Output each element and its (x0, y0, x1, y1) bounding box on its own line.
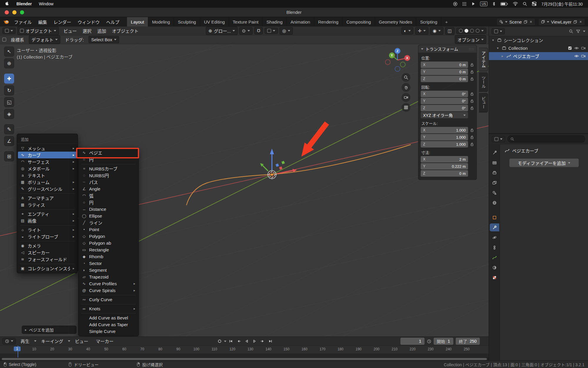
pan-view-button[interactable] (402, 83, 410, 92)
lock-icon[interactable] (470, 135, 474, 139)
outliner-editor-selector[interactable] (492, 28, 505, 34)
add-menu-item[interactable] (18, 192, 77, 195)
tool-button[interactable]: ◱ (4, 97, 14, 107)
transform-panel-header[interactable]: トランスフォーム :::: (418, 45, 477, 53)
workspace-tab[interactable]: Sculpting (174, 17, 200, 26)
timeline-menu-marker[interactable]: マーカー (93, 337, 116, 345)
location-field[interactable]: Y0 m (421, 69, 468, 75)
curve-menu-item[interactable] (79, 163, 138, 165)
workspace-tab[interactable]: Rendering (314, 17, 343, 26)
location-field[interactable]: X0 m (421, 62, 468, 68)
render-camera-icon[interactable] (581, 54, 586, 58)
panel-drag-icon[interactable]: :::: (469, 47, 474, 51)
tab-object-data[interactable] (490, 253, 499, 261)
minimize-window-button[interactable] (12, 10, 16, 14)
new-viewlayer-icon[interactable] (573, 20, 577, 24)
hide-eye-icon[interactable] (574, 54, 579, 58)
viewport-menu-item[interactable]: 追加 (94, 27, 109, 35)
orientation-setting-value[interactable]: デフォルト (29, 35, 60, 44)
workspace-tab[interactable]: Compositing (343, 17, 375, 26)
timeline-menu-keying[interactable]: キーイング (38, 337, 66, 345)
xray-toggle[interactable]: ◫ (445, 27, 455, 35)
options-dropdown[interactable]: オプション (455, 35, 486, 44)
curve-menu-item[interactable]: ◇ Polygon ab (79, 240, 138, 246)
tool-button[interactable]: ✚ (4, 74, 14, 84)
add-modifier-button[interactable]: モディファイアーを追加 (509, 158, 579, 167)
play-button[interactable] (251, 338, 258, 345)
curve-menu-item[interactable]: ▱ Trapezoid (79, 273, 138, 280)
curve-menu-item[interactable]: ∿ ベジエ (79, 149, 138, 156)
editor-type-selector[interactable] (2, 28, 16, 34)
add-menu-item[interactable] (18, 240, 77, 242)
scene-selector[interactable]: Scene × (497, 18, 535, 26)
pivot-point-selector[interactable]: ⊙ (239, 27, 253, 35)
tool-button[interactable]: ↖ (4, 47, 14, 57)
workspace-tab[interactable]: Layout (127, 17, 148, 26)
now-playing-icon[interactable] (471, 2, 475, 6)
tab-tool[interactable] (490, 149, 499, 157)
tab-texture[interactable] (490, 273, 499, 281)
sidebar-tab[interactable]: ビュー (479, 93, 488, 112)
workspace-tab[interactable]: Scripting (416, 17, 441, 26)
curve-menu-item[interactable]: @ Curve Spirals ▸ (79, 287, 138, 294)
timeline-menu-view[interactable]: ビュー (72, 337, 91, 345)
spotlight-search-icon[interactable] (523, 2, 527, 6)
curve-menu-item[interactable]: ∞ Knots ▸ (79, 305, 138, 312)
curve-menu-item[interactable]: ∠ Angle (79, 185, 138, 192)
outliner-filter-icon[interactable] (576, 29, 580, 34)
curve-menu-item[interactable] (79, 312, 138, 314)
add-menu-item[interactable]: ◁ スピーカー (18, 249, 77, 256)
topbar-menu-item[interactable]: ウィンドウ (75, 18, 103, 26)
remove-viewlayer-icon[interactable]: × (579, 19, 582, 24)
tab-view-layer[interactable] (490, 179, 499, 187)
rotation-mode-dropdown[interactable]: XYZ オイラー角 (421, 112, 468, 118)
curve-menu-item[interactable]: Add Curve as Bevel (79, 314, 138, 321)
blender-logo-icon[interactable] (3, 19, 9, 24)
tool-button[interactable]: ◈ (4, 109, 14, 119)
record-button[interactable] (216, 338, 223, 345)
lock-icon[interactable] (470, 77, 474, 81)
drag-setting-value[interactable]: Select Box (88, 36, 119, 43)
location-field[interactable]: Z0 m (421, 76, 468, 82)
curve-menu-item[interactable]: ∾ Curly Curve (79, 296, 138, 303)
curve-menu-item[interactable]: ◆ Rhomb (79, 253, 138, 260)
properties-search-input[interactable] (507, 135, 585, 142)
control-center-icon[interactable] (532, 2, 537, 6)
outliner-row-scene-collection[interactable]: ▾ シーンコレクション (489, 36, 588, 44)
snap-target-selector[interactable] (265, 28, 278, 34)
hide-eye-icon[interactable] (574, 46, 579, 50)
current-frame-field[interactable]: 1 (400, 338, 425, 345)
curve-menu-item[interactable]: ╱ ライン (79, 219, 138, 226)
add-menu-item[interactable]: a テキスト (18, 172, 77, 179)
add-menu-item[interactable] (18, 208, 77, 210)
navigation-gizmo[interactable]: ZYX (382, 45, 413, 75)
material-shading-icon[interactable] (470, 29, 474, 33)
timeline-ruler[interactable]: 1020304050607080901001101201301401501601… (0, 346, 489, 354)
curve-menu-item[interactable]: ◗ Segment (79, 267, 138, 273)
3d-viewport[interactable]: ユーザー・透視投影 (1) Collection | ベジエカーブ ↖⊕✚↻◱◈… (0, 44, 489, 336)
add-menu-item[interactable]: ∿ カーブ ▸ (18, 152, 77, 158)
add-menu-item[interactable]: ⌖ エンプティ ▸ (18, 210, 77, 217)
previous-keyframe-button[interactable] (235, 338, 242, 345)
add-menu-item[interactable]: ◉ カメラ (18, 242, 77, 249)
input-source-badge[interactable]: US (480, 1, 487, 6)
lock-icon[interactable] (470, 106, 474, 110)
tool-button[interactable]: ✎ (4, 124, 14, 134)
timeline-editor-selector[interactable] (2, 338, 16, 344)
rotation-field[interactable]: Y0° (421, 98, 468, 104)
timeline-track[interactable] (0, 354, 489, 357)
workspace-tab[interactable]: UV Editing (200, 17, 229, 26)
add-menu-item[interactable]: ✎ グリースペンシル ▸ (18, 185, 77, 192)
camera-view-button[interactable] (402, 93, 410, 102)
viewport-menu-item[interactable]: ビュー (61, 27, 80, 35)
outliner-row-bezier-curve[interactable]: ▸ ベジエカーブ (489, 52, 588, 60)
macos-menu-window[interactable]: Window (39, 1, 54, 6)
tab-render[interactable] (490, 159, 499, 167)
topbar-menu-item[interactable]: 編集 (35, 18, 50, 26)
curve-menu-item[interactable] (79, 294, 138, 296)
collection-checkbox[interactable] (568, 46, 572, 50)
tool-button[interactable]: ∠ (4, 136, 14, 146)
mode-selector[interactable]: オブジェクト (17, 26, 59, 35)
curve-menu-item[interactable]: ∿ Curve Profiles ▸ (79, 280, 138, 287)
render-camera-icon[interactable] (581, 46, 586, 50)
